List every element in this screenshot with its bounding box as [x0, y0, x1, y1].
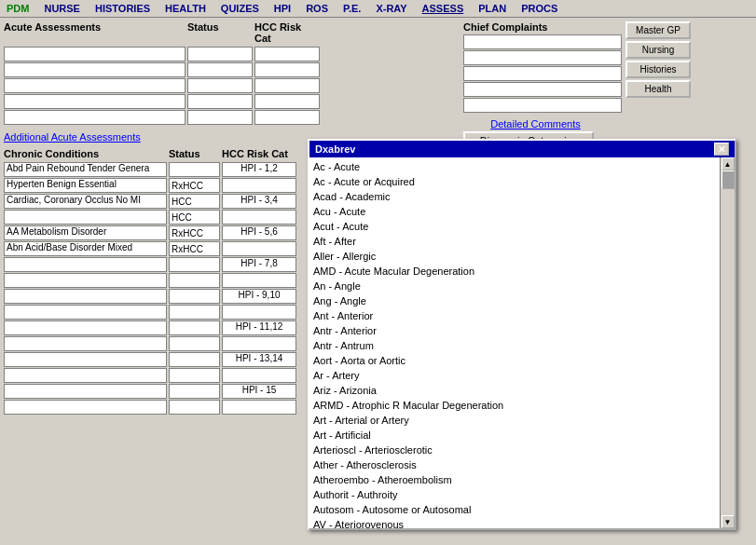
acute-assessment-input-4[interactable]	[4, 94, 186, 109]
chronic-name-2[interactable]: Hyperten Benign Essential	[4, 178, 167, 193]
menu-item-plan[interactable]: PLAN	[475, 2, 509, 15]
chronic-name-14[interactable]	[4, 368, 167, 383]
popup-list-item[interactable]: Ang - Angle	[313, 293, 716, 308]
acute-status-input-4[interactable]	[187, 94, 253, 109]
chronic-name-16[interactable]	[4, 400, 167, 415]
menu-item-p.e.[interactable]: P.E.	[340, 2, 364, 15]
chronic-name-8[interactable]	[4, 273, 167, 288]
menu-item-quizes[interactable]: QUIZES	[218, 2, 262, 15]
chronic-status-12[interactable]	[169, 336, 220, 351]
acute-assessment-input-5[interactable]	[4, 110, 186, 125]
chief-input-2[interactable]	[463, 50, 622, 65]
menu-item-histories[interactable]: HISTORIES	[92, 2, 153, 15]
chronic-status-1[interactable]	[169, 162, 220, 177]
acute-hcc-input-1[interactable]	[254, 47, 320, 61]
popup-list-item[interactable]: AMD - Acute Macular Degeneration	[313, 264, 716, 279]
acute-status-input-1[interactable]	[187, 47, 253, 61]
chronic-hcc-4	[222, 210, 296, 225]
chronic-hcc-15: HPI - 15	[222, 384, 296, 399]
chronic-status-11[interactable]	[169, 320, 220, 335]
menu-item-hpi[interactable]: HPI	[271, 2, 294, 15]
chronic-name-9[interactable]	[4, 289, 167, 304]
menu-item-procs[interactable]: PROCS	[518, 2, 560, 15]
acute-hcc-input-4[interactable]	[254, 94, 320, 109]
popup-list-item[interactable]: Acad - Academic	[313, 189, 716, 204]
popup-list-item[interactable]: Ather - Atherosclerosis	[313, 457, 716, 472]
acute-status-input-2[interactable]	[187, 62, 253, 77]
chronic-status-8[interactable]	[169, 273, 220, 288]
chronic-name-4[interactable]	[4, 210, 167, 225]
popup-list-item[interactable]: Aller - Allergic	[313, 249, 716, 264]
chief-input-4[interactable]	[463, 82, 622, 97]
popup-list-item[interactable]: AV - Ateriorovenous	[313, 517, 716, 528]
acute-row	[4, 62, 460, 77]
popup-list-item[interactable]: Antr - Antrum	[313, 338, 716, 353]
acute-status-input-5[interactable]	[187, 110, 253, 125]
popup-list-item[interactable]: Art - Arterial or Artery	[313, 413, 716, 428]
acute-assessment-input-3[interactable]	[4, 78, 186, 93]
acute-status-input-3[interactable]	[187, 78, 253, 93]
popup-list-item[interactable]: Atheroembo - Atheroembolism	[313, 472, 716, 487]
acute-assessment-input-2[interactable]	[4, 62, 186, 77]
popup-list-item[interactable]: Aft - After	[313, 234, 716, 249]
popup-list-item[interactable]: Art - Artificial	[313, 428, 716, 443]
menu-item-ros[interactable]: ROS	[303, 2, 331, 15]
menu-item-pdm[interactable]: PDM	[4, 2, 32, 15]
menu-item-nurse[interactable]: NURSE	[41, 2, 83, 15]
acute-assessment-input-1[interactable]	[4, 47, 186, 61]
popup-content: Ac - AcuteAc - Acute or AcquiredAcad - A…	[309, 157, 735, 528]
popup-list-item[interactable]: Ant - Anterior	[313, 308, 716, 323]
chronic-name-10[interactable]	[4, 305, 167, 320]
popup-list-item[interactable]: Ar - Artery	[313, 368, 716, 383]
acute-hcc-input-3[interactable]	[254, 78, 320, 93]
popup-list-item[interactable]: Ac - Acute	[313, 159, 716, 174]
chronic-status-10[interactable]	[169, 305, 220, 320]
popup-list-item[interactable]: Antr - Anterior	[313, 323, 716, 338]
nursing-button[interactable]: Nursing	[625, 41, 691, 59]
scroll-thumb[interactable]	[722, 170, 735, 189]
chief-input-1[interactable]	[463, 34, 622, 49]
popup-close-button[interactable]: ✕	[714, 143, 729, 156]
chronic-name-13[interactable]	[4, 352, 167, 367]
acute-hcc-input-5[interactable]	[254, 110, 320, 125]
chronic-name-11[interactable]	[4, 320, 167, 335]
popup-list-item[interactable]: Autosom - Autosome or Autosomal	[313, 502, 716, 517]
popup-list-item[interactable]: ARMD - Atrophic R Macular Degeneration	[313, 398, 716, 413]
menu-item-x-ray[interactable]: X-RAY	[373, 2, 409, 15]
chronic-status-15[interactable]	[169, 384, 220, 399]
chronic-hcc-14	[222, 368, 296, 383]
popup-list[interactable]: Ac - AcuteAc - Acute or AcquiredAcad - A…	[309, 157, 720, 528]
chronic-status-9[interactable]	[169, 289, 220, 304]
chronic-name-15[interactable]	[4, 384, 167, 399]
popup-list-item[interactable]: An - Angle	[313, 279, 716, 293]
menu-item-health[interactable]: HEALTH	[162, 2, 209, 15]
popup-list-item[interactable]: Acu - Acute	[313, 204, 716, 219]
chronic-name-6[interactable]: Abn Acid/Base Disorder Mixed	[4, 241, 167, 256]
health-button[interactable]: Health	[625, 80, 691, 98]
menu-item-assess[interactable]: ASSESS	[419, 2, 467, 15]
chronic-name-12[interactable]	[4, 336, 167, 351]
popup-list-item[interactable]: Ac - Acute or Acquired	[313, 174, 716, 189]
chronic-status-16[interactable]	[169, 400, 220, 415]
chronic-hcc-11: HPI - 11,12	[222, 320, 296, 335]
acute-hcc-input-2[interactable]	[254, 62, 320, 77]
popup-list-item[interactable]: Aort - Aorta or Aortic	[313, 353, 716, 368]
chronic-name-1[interactable]: Abd Pain Rebound Tender Genera	[4, 162, 167, 177]
master-gp-button[interactable]: Master GP	[625, 21, 691, 39]
detailed-comments-link[interactable]: Detailed Comments	[490, 118, 581, 129]
chief-input-3[interactable]	[463, 66, 622, 81]
chronic-name-3[interactable]: Cardiac, Coronary Occlus No MI	[4, 194, 167, 209]
chief-input-5[interactable]	[463, 98, 622, 113]
chronic-status-13[interactable]	[169, 352, 220, 367]
chronic-name-5[interactable]: AA Metabolism Disorder	[4, 225, 167, 240]
chronic-status-7[interactable]	[169, 257, 220, 272]
scroll-up-button[interactable]: ▲	[722, 157, 735, 170]
popup-list-item[interactable]: Ariz - Arizonia	[313, 383, 716, 398]
popup-list-item[interactable]: Arterioscl - Arteriosclerotic	[313, 443, 716, 457]
scroll-down-button[interactable]: ▼	[722, 515, 735, 528]
chronic-name-7[interactable]	[4, 257, 167, 272]
chronic-status-14[interactable]	[169, 368, 220, 383]
popup-list-item[interactable]: Acut - Acute	[313, 219, 716, 234]
histories-button[interactable]: Histories	[625, 61, 691, 78]
popup-list-item[interactable]: Authorit - Authroity	[313, 487, 716, 502]
